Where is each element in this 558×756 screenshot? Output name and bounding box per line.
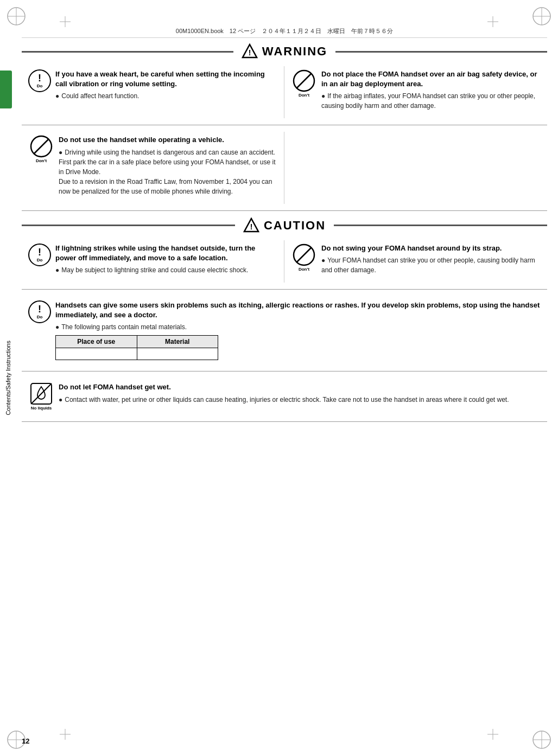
caution-row-1: ! Do If lightning strikes while using th… [22,240,547,290]
header-line-right [335,51,547,53]
caution-item-1-bullets: May be subject to lightning strike and c… [55,265,277,275]
dont-label-2: Don't [36,158,47,163]
crosshair-top-right [487,16,498,27]
warning-item-1-text: If you have a weak heart, be careful whe… [55,69,277,101]
warning-item-2-text: Do not place the FOMA handset over an ai… [321,69,541,111]
warning-item-2-bullets: If the airbag inflates, your FOMA handse… [321,91,541,111]
warning-item-3: Don't Do not use the handset while opera… [22,132,284,203]
dont-icon-wrapper-2: Don't [28,135,54,163]
caution-title-box: ! CAUTION [235,217,334,234]
caution-wet-row: No liquids Do not let FOMA handset get w… [28,382,541,411]
caution-wet-bullets: Contact with water, pet urine or other l… [59,395,509,405]
caution-wet-heading: Do not let FOMA handset get wet. [59,382,509,392]
do-icon-1: ! Do [28,69,51,92]
warning-item-2: Don't Do not place the FOMA handset over… [284,66,547,118]
table-header-place: Place of use [56,336,137,348]
caution-item-1-bullet-1: May be subject to lightning strike and c… [55,265,277,275]
dont-label-1: Don't [299,93,309,98]
svg-line-23 [296,73,312,88]
warning-row-1: ! Do If you have a weak heart, be carefu… [22,66,547,125]
dont-icon-2 [30,135,53,158]
crosshair-bot-right [487,729,498,740]
corner-decoration-tl [5,5,27,27]
caution-wet-text: Do not let FOMA handset get wet. Contact… [59,382,509,404]
caution-triangle-icon: ! [243,217,259,234]
warning-row-2-empty [284,132,547,203]
dont-icon-3 [293,244,315,266]
svg-text:!: ! [250,222,253,231]
caution-item-2-bullets: Your FOMA handset can strike you or othe… [321,255,541,275]
warning-item-3-row: Don't Do not use the handset while opera… [28,135,277,196]
table-row-1 [56,348,218,360]
no-liquids-icon-wrapper: No liquids [28,382,54,411]
warning-item-1-bullets: Could affect heart function. [55,91,277,101]
no-liquids-label: No liquids [31,406,52,411]
corner-decoration-br [531,729,553,751]
crosshair-top-left [60,16,71,27]
green-tab [0,71,12,108]
do-exclamation-2: ! [38,247,41,257]
table-cell-place-1 [56,348,137,360]
caution-section-header: ! CAUTION [22,217,547,234]
warning-item-3-text: Do not use the handset while operating a… [59,135,277,196]
caution-item-1-heading: If lightning strikes while using the han… [55,244,277,263]
svg-line-29 [296,247,312,262]
caution-item-1: ! Do If lightning strikes while using th… [22,240,284,283]
caution-skin-row: ! Do Handsets can give some users skin p… [28,300,541,360]
page-number: 12 [22,737,29,745]
corner-decoration-tr [531,5,553,27]
caution-line-left [22,225,235,226]
do-label-3: Do [37,315,43,319]
dont-icon-wrapper-1: Don't [291,69,317,98]
main-content: 00M1000EN.book 12 ページ ２０４年１１月２４日 水曜日 午前７… [22,27,547,450]
crosshair-bot-left [60,729,71,740]
table-header-material: Material [137,336,218,348]
no-liquids-icon [30,382,53,405]
file-header: 00M1000EN.book 12 ページ ２０４年１１月２４日 水曜日 午前７… [22,27,547,38]
warning-item-2-row: Don't Do not place the FOMA handset over… [291,69,541,111]
sidebar-label: Contents/Safety Instructions [0,108,16,648]
warning-item-2-bullet-1: If the airbag inflates, your FOMA handse… [321,91,541,111]
caution-item-2-heading: Do not swing your FOMA handset around by… [321,244,541,253]
svg-text:!: ! [249,48,251,57]
do-label-2: Do [37,258,43,262]
caution-skin-text: Handsets can give some users skin proble… [55,300,541,360]
caution-wet-item: No liquids Do not let FOMA handset get w… [22,378,547,422]
warning-item-3-heading: Do not use the handset while operating a… [59,135,277,145]
caution-item-2-bullet-1: Your FOMA handset can strike you or othe… [321,255,541,275]
do-exclamation-3: ! [38,304,41,314]
table-cell-material-1 [137,348,218,360]
warning-item-1-bullet-1: Could affect heart function. [55,91,277,101]
warning-title-box: ! WARNING [233,43,335,60]
svg-line-25 [34,139,49,154]
do-exclamation: ! [38,73,41,83]
do-label-1: Do [37,84,43,88]
do-icon-3: ! Do [28,300,51,323]
do-icon-2: ! Do [28,244,51,266]
caution-title: CAUTION [264,219,326,233]
warning-item-3-bullet-1: Driving while using the handset is dange… [59,148,277,196]
dont-icon-wrapper-3: Don't [291,244,317,272]
warning-row-2: Don't Do not use the handset while opera… [22,132,547,210]
warning-title: WARNING [262,44,327,59]
dont-label-3: Don't [299,267,309,272]
material-table: Place of use Material [55,335,218,360]
warning-item-1-row: ! Do If you have a weak heart, be carefu… [28,69,277,101]
caution-skin-bullets: The following parts contain metal materi… [55,322,541,332]
warning-triangle-icon: ! [242,43,258,60]
caution-wet-bullet-1: Contact with water, pet urine or other l… [59,395,509,405]
warning-item-1-heading: If you have a weak heart, be careful whe… [55,69,277,89]
warning-item-3-bullets: Driving while using the handset is dange… [59,148,277,196]
caution-skin-bullet-1: The following parts contain metal materi… [55,322,541,332]
warning-item-2-heading: Do not place the FOMA handset over an ai… [321,69,541,89]
header-line-left [22,51,233,53]
caution-item-2-row: Don't Do not swing your FOMA handset aro… [291,244,541,275]
caution-item-1-text: If lightning strikes while using the han… [55,244,277,275]
caution-skin-heading: Handsets can give some users skin proble… [55,300,541,320]
dont-icon-1 [293,69,315,92]
warning-item-1: ! Do If you have a weak heart, be carefu… [22,66,284,118]
caution-line-right [334,225,547,226]
caution-item-1-row: ! Do If lightning strikes while using th… [28,244,277,275]
caution-item-2-text: Do not swing your FOMA handset around by… [321,244,541,275]
warning-section-header: ! WARNING [22,43,547,60]
